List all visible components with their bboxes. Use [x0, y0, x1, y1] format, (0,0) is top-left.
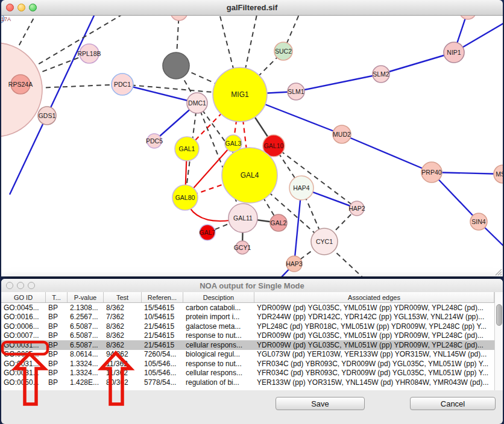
- cell: 8/362: [104, 341, 142, 349]
- cell: GO:0050...: [1, 378, 46, 387]
- table-row[interactable]: GO:0031...BP1.3324...11/362105/546...cel…: [1, 369, 494, 378]
- minimize-button[interactable]: [17, 282, 24, 289]
- cell: BP: [46, 378, 68, 387]
- cell: BP: [46, 369, 68, 377]
- close-button[interactable]: [6, 4, 14, 11]
- traffic-lights-inactive: [6, 279, 35, 292]
- table-row[interactable]: GO:0045...BP2.1308...8/36215/54615carbon…: [1, 303, 494, 313]
- node-label: PRP40: [421, 169, 441, 176]
- column-header-desciption[interactable]: Desciption: [183, 292, 254, 302]
- node-gds1[interactable]: GDS1: [38, 107, 56, 125]
- node-hap4[interactable]: HAP4: [289, 176, 313, 200]
- cell: protein import i...: [183, 313, 254, 321]
- node-slm1[interactable]: SLM1: [288, 83, 304, 100]
- node-label: GAL7: [200, 229, 216, 236]
- node-pdc1[interactable]: PDC1: [112, 73, 133, 95]
- cell: 8/362: [104, 331, 142, 340]
- node-slm2[interactable]: SLM2: [373, 66, 389, 83]
- node-toppink2[interactable]: [459, 16, 476, 19]
- resize-grip[interactable]: [494, 268, 502, 276]
- cell: BP: [46, 341, 68, 349]
- column-header-t[interactable]: T...: [46, 292, 68, 302]
- node-label: SLM1: [288, 88, 304, 95]
- column-header-referen[interactable]: Referen...: [142, 292, 183, 302]
- table-row[interactable]: GO:0050...BP1.428E...80/3625778/54...reg…: [1, 378, 494, 387]
- node-gcy1[interactable]: GCY1: [234, 241, 251, 254]
- cell: GO:0016...: [1, 313, 46, 321]
- zoom-button[interactable]: [29, 4, 37, 11]
- minimize-button[interactable]: [17, 4, 25, 11]
- cell: response to nut...: [183, 360, 254, 368]
- zoom-button[interactable]: [28, 282, 35, 289]
- table-row[interactable]: GO:0006...BP6.5087...8/36221/54615galact…: [1, 322, 494, 331]
- node-gal80[interactable]: GAL80: [172, 185, 198, 210]
- save-button[interactable]: Save: [276, 397, 365, 410]
- cell: YFR034C (pd) YBR093C, YDR009W (pd) YGL03…: [254, 369, 494, 377]
- table-row[interactable]: GO:0016...BP6.2567...7/36210/54615protei…: [1, 313, 494, 322]
- column-header-p-value[interactable]: P-value: [68, 292, 104, 302]
- column-header-go-id[interactable]: GO ID: [1, 292, 46, 302]
- table-row[interactable]: GO:0007...BP6.5087...8/36221/54615respon…: [1, 331, 494, 341]
- cell: 5778/54...: [142, 378, 183, 387]
- node-dmc1[interactable]: DMC1: [187, 93, 207, 113]
- node-hap3[interactable]: HAP3: [286, 256, 303, 272]
- node-gal4[interactable]: GAL4: [222, 148, 277, 203]
- node-hap2[interactable]: HAP2: [348, 201, 365, 216]
- cell: 6.2567...: [68, 313, 104, 321]
- node-cyc1[interactable]: CYC1: [311, 228, 338, 255]
- cancel-button[interactable]: Cancel: [410, 397, 496, 410]
- node-gal7[interactable]: GAL7: [200, 225, 216, 240]
- cell: GO:0006...: [1, 322, 46, 331]
- node-gal1[interactable]: GAL1: [175, 137, 199, 161]
- cell: 7260/54...: [142, 350, 183, 358]
- cell: YFR034C (pd) YBR093C, YDR009W (pd) YGL03…: [254, 360, 494, 368]
- node-17a[interactable]: 17A: [1, 16, 11, 23]
- table-scrollbar[interactable]: [494, 292, 503, 390]
- cell: 8.0614...: [68, 350, 104, 358]
- node-sin4[interactable]: SIN4: [470, 213, 487, 230]
- node-mig1[interactable]: MIG1: [213, 67, 267, 122]
- node-rpl18b[interactable]: RPL18B: [77, 44, 101, 63]
- node-msn[interactable]: MSN: [494, 165, 503, 183]
- close-button[interactable]: [6, 282, 13, 289]
- cell: 10/54615: [142, 313, 183, 321]
- cell: 8/362: [104, 304, 142, 312]
- node-label: HAP4: [293, 184, 310, 192]
- column-header-associated-edges[interactable]: Associated edges: [254, 292, 494, 302]
- node-prp40[interactable]: PRP40: [421, 162, 442, 182]
- node-gray1[interactable]: [163, 52, 189, 79]
- node-gal11[interactable]: GAL11: [228, 204, 257, 232]
- scrollbar-thumb[interactable]: [496, 304, 502, 326]
- edge-pp: [381, 52, 454, 74]
- column-header-test[interactable]: Test: [104, 292, 142, 302]
- table-row[interactable]: GO:0031...BP1.3324...11/362105/546...res…: [1, 359, 494, 369]
- cell: BP: [46, 313, 68, 321]
- node-nip1[interactable]: NIP1: [444, 42, 464, 63]
- node-label: PDC5: [146, 137, 163, 145]
- network-window: galFiltered.sif 17ARPL18BRPS24AGDS1PDC1P…: [1, 0, 503, 276]
- table-row[interactable]: GO:0031...BP6.5087...8/36221/54615cellul…: [1, 340, 494, 350]
- network-window-titlebar[interactable]: galFiltered.sif: [1, 0, 503, 16]
- node-label: GAL4: [241, 171, 259, 179]
- node-label: GDS1: [39, 112, 56, 119]
- cell: 6.5087...: [68, 331, 104, 340]
- noa-output-window: NOA output for Single Mode GO IDT...P-va…: [1, 279, 503, 424]
- cell: BP: [46, 322, 68, 331]
- node-label: GAL11: [233, 214, 253, 222]
- table-row[interactable]: GO:0065...BP8.0614...94/3627260/54...bio…: [1, 350, 494, 360]
- node-suc2[interactable]: SUC2: [274, 42, 292, 60]
- cell: YDR244W (pp) YDR142C, YDR142C (pp) YGL15…: [254, 313, 494, 321]
- cell: 21/54615: [142, 322, 183, 331]
- node-toppink1[interactable]: [171, 16, 187, 20]
- network-canvas[interactable]: 17ARPL18BRPS24AGDS1PDC1PDC5MIG1DMC1SLM1S…: [1, 16, 503, 276]
- node-label: GAL3: [225, 140, 242, 147]
- node-label: CYC1: [316, 238, 333, 245]
- cell: 21/54615: [142, 341, 183, 349]
- cell: response to nut...: [183, 331, 254, 340]
- cell: GO:0031...: [1, 369, 46, 377]
- noa-window-title: NOA output for Single Mode: [200, 281, 304, 290]
- noa-window-titlebar[interactable]: NOA output for Single Mode: [1, 279, 503, 293]
- cell: YGL073W (pd) YER103W, YER133W (pp) YOR31…: [254, 350, 494, 358]
- node-gal2[interactable]: GAL2: [270, 214, 287, 231]
- node-mud2[interactable]: MUD2: [333, 125, 351, 143]
